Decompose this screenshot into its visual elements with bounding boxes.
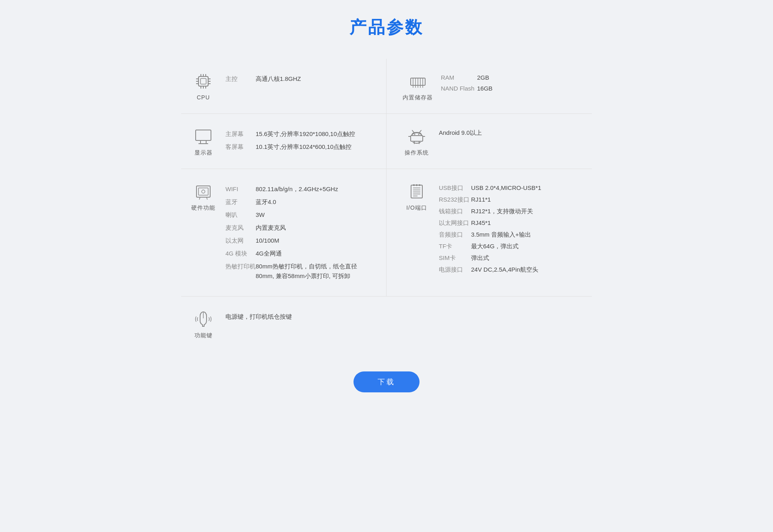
display-label: 显示器: [194, 149, 213, 157]
function-key-spec-rows: 电源键，打印机纸仓按键: [225, 309, 584, 325]
function-key-label: 功能键: [194, 332, 213, 339]
hw-row-5: 4G 模块 4G全网通: [225, 249, 370, 258]
hw-val-4: 10/100M: [256, 236, 279, 245]
display-val-0: 15.6英寸,分辨率1920*1080,10点触控: [256, 129, 355, 139]
os-icon: [406, 126, 427, 147]
io-val-7: 24V DC,2.5A,4Pin航空头: [471, 266, 538, 274]
io-key-6: SIM卡: [439, 254, 471, 262]
specs-grid: CPU 主控 高通八核1.8GHZ: [181, 59, 592, 351]
memory-label: 内置储存器: [403, 94, 433, 101]
display-icon-label: 显示器: [189, 126, 217, 157]
io-row-1: RS232接口 RJ11*1: [439, 196, 584, 204]
display-key-1: 客屏幕: [225, 143, 256, 151]
svg-point-35: [418, 134, 420, 135]
io-val-5: 最大64G，弹出式: [471, 243, 519, 250]
main-container: 产品参数: [165, 16, 608, 392]
hardware-section: 硬件功能 WIFI 802.11a/b/g/n，2.4GHz+5GHz 蓝牙 蓝…: [181, 169, 386, 297]
hardware-label: 硬件功能: [191, 204, 215, 212]
display-icon: [193, 126, 214, 147]
io-icon-label: I/O端口: [403, 181, 431, 212]
page-title: 产品参数: [181, 16, 592, 39]
hw-val-2: 3W: [256, 210, 265, 220]
memory-icon-label: 内置储存器: [403, 71, 433, 101]
memory-val-1: 16GB: [477, 85, 492, 92]
os-section: 操作系统 Android 9.0以上: [386, 114, 592, 169]
io-val-0: USB 2.0*4,MICRO-USB*1: [471, 184, 541, 191]
hw-row-1: 蓝牙 蓝牙4.0: [225, 197, 370, 207]
hw-val-0: 802.11a/b/g/n，2.4GHz+5GHz: [256, 184, 338, 194]
hw-key-1: 蓝牙: [225, 198, 256, 206]
hw-row-4: 以太网 10/100M: [225, 236, 370, 245]
svg-rect-48: [419, 184, 420, 186]
cpu-icon: [193, 71, 214, 92]
memory-row-1: NAND Flash 16GB: [441, 85, 584, 92]
io-val-1: RJ11*1: [471, 196, 491, 203]
memory-key-0: RAM: [441, 74, 477, 81]
function-key-section: 功能键 电源键，打印机纸仓按键: [181, 297, 592, 351]
svg-rect-1: [200, 78, 206, 84]
io-row-7: 电源接口 24V DC,2.5A,4Pin航空头: [439, 266, 584, 274]
os-val-0: Android 9.0以上: [439, 129, 482, 137]
io-label: I/O端口: [406, 204, 427, 212]
hw-key-6: 热敏打印机: [225, 263, 256, 270]
function-key-value: 电源键，打印机纸仓按键: [225, 312, 292, 322]
display-row-0: 主屏幕 15.6英寸,分辨率1920*1080,10点触控: [225, 129, 370, 139]
svg-point-44: [202, 190, 205, 193]
hw-row-6: 热敏打印机 80mm热敏打印机，自切纸，纸仓直径80mm, 兼容58mm小票打印…: [225, 262, 370, 281]
cpu-key: 主控: [225, 75, 256, 83]
io-section: I/O端口 USB接口 USB 2.0*4,MICRO-USB*1 RS232接…: [386, 169, 592, 297]
io-row-4: 音频接口 3.5mm 音频输入+输出: [439, 231, 584, 239]
display-row-1: 客屏幕 10.1英寸,分辨率1024*600,10点触控: [225, 142, 370, 152]
hardware-icon-label: 硬件功能: [189, 181, 217, 212]
hw-row-3: 麦克风 内置麦克风: [225, 223, 370, 233]
io-val-3: RJ45*1: [471, 219, 491, 226]
io-key-5: TF卡: [439, 243, 471, 250]
hw-key-3: 麦克风: [225, 224, 256, 232]
svg-rect-25: [196, 130, 211, 140]
display-val-1: 10.1英寸,分辨率1024*600,10点触控: [256, 142, 351, 152]
io-key-3: 以太网接口: [439, 219, 471, 227]
hw-row-0: WIFI 802.11a/b/g/n，2.4GHz+5GHz: [225, 184, 370, 194]
io-row-6: SIM卡 弹出式: [439, 254, 584, 262]
function-key-row: 电源键，打印机纸仓按键: [225, 312, 584, 322]
hw-val-5: 4G全网通: [256, 249, 282, 258]
hw-key-2: 喇叭: [225, 211, 256, 219]
cpu-label: CPU: [197, 94, 210, 101]
io-row-0: USB接口 USB 2.0*4,MICRO-USB*1: [439, 184, 584, 192]
display-section: 显示器 主屏幕 15.6英寸,分辨率1920*1080,10点触控 客屏幕 10…: [181, 114, 386, 169]
display-spec-rows: 主屏幕 15.6英寸,分辨率1920*1080,10点触控 客屏幕 10.1英寸…: [225, 126, 370, 155]
io-key-1: RS232接口: [439, 196, 471, 204]
download-button[interactable]: 下载: [353, 371, 420, 392]
svg-line-33: [420, 130, 421, 132]
io-row-2: 钱箱接口 RJ12*1，支持微动开关: [439, 208, 584, 215]
io-spec-rows: USB接口 USB 2.0*4,MICRO-USB*1 RS232接口 RJ11…: [439, 181, 584, 278]
io-row-3: 以太网接口 RJ45*1: [439, 219, 584, 227]
cpu-row: 主控 高通八核1.8GHZ: [225, 74, 370, 84]
io-key-2: 钱箱接口: [439, 208, 471, 215]
memory-val-0: 2GB: [477, 74, 489, 81]
cpu-value: 高通八核1.8GHZ: [256, 74, 301, 84]
io-val-6: 弹出式: [471, 254, 489, 262]
svg-rect-41: [198, 188, 208, 195]
svg-rect-0: [198, 76, 208, 86]
hardware-icon: [193, 181, 214, 202]
io-key-0: USB接口: [439, 184, 471, 192]
hw-val-6: 80mm热敏打印机，自切纸，纸仓直径80mm, 兼容58mm小票打印, 可拆卸: [256, 262, 368, 281]
display-key-0: 主屏幕: [225, 130, 256, 138]
hw-val-1: 蓝牙4.0: [256, 197, 276, 207]
io-row-5: TF卡 最大64G，弹出式: [439, 243, 584, 250]
svg-line-32: [412, 130, 414, 132]
os-spec-rows: Android 9.0以上: [439, 126, 584, 141]
memory-row-0: RAM 2GB: [441, 74, 584, 81]
hw-val-3: 内置麦克风: [256, 223, 286, 233]
hardware-spec-rows: WIFI 802.11a/b/g/n，2.4GHz+5GHz 蓝牙 蓝牙4.0 …: [225, 181, 370, 284]
hw-key-5: 4G 模块: [225, 250, 256, 258]
memory-spec-rows: RAM 2GB NAND Flash 16GB: [441, 71, 584, 96]
os-row-0: Android 9.0以上: [439, 129, 584, 137]
hw-row-2: 喇叭 3W: [225, 210, 370, 220]
os-label: 操作系统: [405, 149, 429, 157]
cpu-section: CPU 主控 高通八核1.8GHZ: [181, 59, 386, 114]
io-val-4: 3.5mm 音频输入+输出: [471, 231, 531, 239]
function-key-icon: [193, 309, 214, 330]
svg-rect-46: [413, 184, 415, 186]
